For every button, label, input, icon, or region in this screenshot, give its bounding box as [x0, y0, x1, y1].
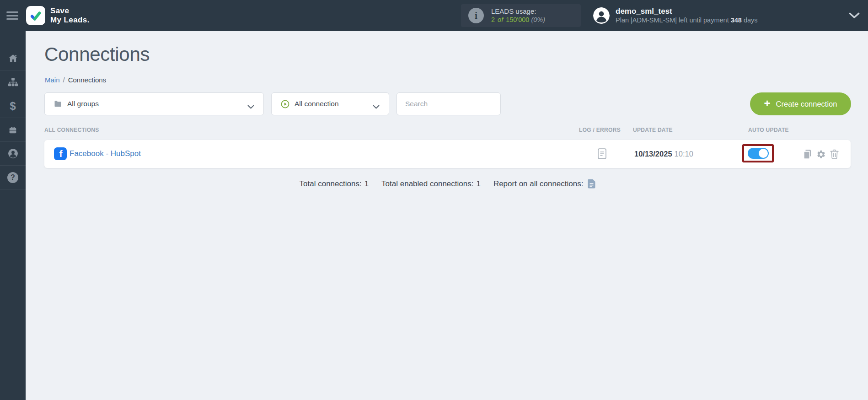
user-name: demo_sml_test	[616, 6, 758, 16]
connection-name-link[interactable]: Facebook - HubSpot	[70, 149, 141, 158]
user-account-menu[interactable]: demo_sml_test Plan |ADM-SML-SM| left unt…	[593, 0, 758, 31]
sidebar-item-home[interactable]	[0, 47, 26, 70]
sidebar-item-connections[interactable]	[0, 70, 26, 94]
toggle-knob	[759, 149, 768, 158]
connection-filter-dropdown[interactable]: All connection	[271, 92, 389, 115]
sidebar-item-services[interactable]	[0, 118, 26, 142]
breadcrumb-main-link[interactable]: Main	[45, 76, 60, 84]
sidebar-item-billing[interactable]: $	[0, 94, 26, 118]
savemyleads-logo[interactable]	[26, 6, 45, 25]
groups-filter-dropdown[interactable]: All groups	[44, 92, 264, 115]
total-connections: Total connections:1	[300, 179, 369, 189]
settings-gear-icon[interactable]	[816, 150, 826, 159]
leads-usage-label: LEADS usage:	[491, 7, 545, 16]
breadcrumb-separator: /	[63, 76, 65, 84]
column-header-log-errors: LOG / ERRORS	[579, 127, 621, 133]
row-actions	[803, 149, 839, 159]
page-title: Connections	[44, 44, 150, 65]
leads-usage-value: 2 of 150'000(0%)	[491, 16, 545, 24]
sidebar-item-account[interactable]	[0, 142, 26, 166]
leads-usage-badge: i LEADS usage: 2 of 150'000(0%)	[461, 4, 581, 27]
create-connection-button[interactable]: + Create connection	[750, 92, 851, 115]
plus-icon: +	[764, 99, 771, 108]
highlight-annotation-box	[742, 144, 774, 162]
column-header-update-date: UPDATE DATE	[633, 127, 673, 133]
avatar	[593, 7, 610, 24]
sidebar-item-help[interactable]: ?	[0, 166, 26, 189]
brand-name: Save My Leads.	[50, 6, 90, 25]
user-plan: Plan |ADM-SML-SM| left until payment 348…	[616, 16, 758, 25]
facebook-icon: f	[54, 147, 67, 160]
trash-icon[interactable]	[830, 149, 839, 159]
folder-icon	[54, 99, 63, 108]
column-header-all-connections: ALL CONNECTIONS	[44, 127, 99, 133]
copy-icon[interactable]	[803, 149, 812, 159]
checkmark-icon	[29, 9, 43, 22]
update-date: 10/13/202510:10	[634, 150, 693, 158]
dollar-icon: $	[10, 101, 16, 112]
connections-summary: Total connections:1 Total enabled connec…	[44, 179, 851, 189]
menu-hamburger-icon[interactable]	[6, 11, 18, 20]
report-document-icon[interactable]	[588, 179, 595, 189]
help-icon: ?	[7, 172, 18, 183]
briefcase-icon	[8, 125, 18, 135]
breadcrumb: Main/Connections	[45, 76, 106, 84]
groups-filter-value: All groups	[67, 100, 99, 108]
auto-update-toggle[interactable]	[748, 148, 769, 159]
top-bar: Save My Leads. i LEADS usage: 2 of 150'0…	[0, 0, 868, 31]
sitemap-icon	[8, 77, 18, 87]
chevron-down-icon	[373, 103, 380, 111]
total-enabled-connections: Total enabled connections:1	[381, 179, 481, 189]
table-row: f Facebook - HubSpot 10/13/202510:10	[44, 140, 851, 168]
chevron-down-icon[interactable]	[849, 12, 860, 21]
search-input[interactable]	[396, 92, 501, 115]
breadcrumb-current: Connections	[68, 76, 106, 84]
user-icon	[7, 148, 19, 159]
report-all-connections: Report on all connections:	[493, 179, 596, 189]
connection-filter-value: All connection	[295, 100, 339, 108]
log-document-icon[interactable]	[598, 148, 606, 161]
play-circle-icon	[280, 99, 290, 109]
info-icon[interactable]: i	[468, 8, 484, 23]
sidebar-nav: $ ?	[0, 31, 26, 400]
home-icon	[8, 53, 18, 64]
chevron-down-icon	[247, 103, 254, 111]
column-header-auto-update: AUTO UPDATE	[748, 127, 789, 133]
